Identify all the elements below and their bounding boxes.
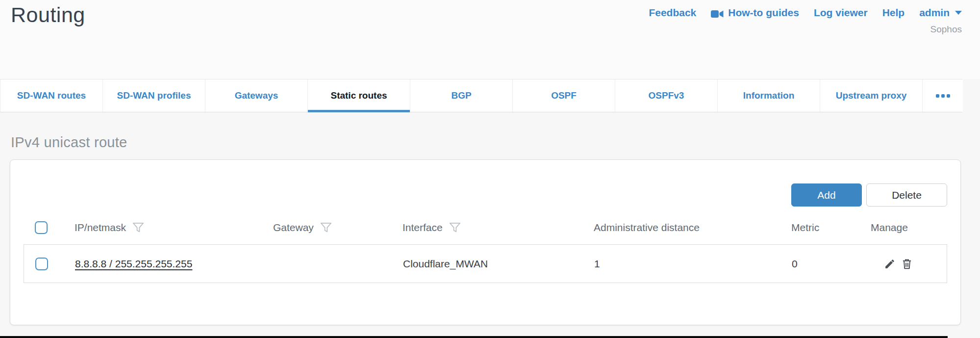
org-name: Sophos: [649, 24, 962, 35]
header-select-cell: [24, 221, 75, 234]
filter-funnel-icon[interactable]: [320, 221, 332, 234]
page-title: Routing: [11, 3, 85, 27]
section-heading: IPv4 unicast route: [0, 112, 980, 151]
tab-information[interactable]: Information: [718, 79, 820, 112]
edit-pencil-icon[interactable]: [883, 258, 896, 270]
feedback-link-label: Feedback: [649, 7, 696, 19]
caret-down-icon: [955, 11, 962, 15]
tab-static-routes[interactable]: Static routes: [308, 79, 410, 112]
routing-tabbar: SD-WAN routes SD-WAN profiles Gateways S…: [0, 79, 962, 112]
help-link[interactable]: Help: [882, 7, 905, 19]
static-routes-card: Add Delete IP/netmask Gateway Interfac: [10, 159, 961, 325]
video-camera-icon: [711, 9, 724, 17]
row-checkbox[interactable]: [35, 258, 48, 270]
filter-funnel-icon[interactable]: [132, 221, 145, 234]
main-content: IPv4 unicast route Add Delete IP/netmask…: [0, 112, 980, 338]
admin-menu-label: admin: [919, 7, 950, 19]
table-toolbar: Add Delete: [10, 160, 960, 207]
tab-ospf[interactable]: OSPF: [513, 79, 615, 112]
tab-ospfv3[interactable]: OSPFv3: [615, 79, 718, 112]
column-header-gateway: Gateway: [273, 221, 402, 234]
ellipsis-dot: [941, 94, 945, 98]
tab-sd-wan-profiles[interactable]: SD-WAN profiles: [103, 79, 205, 112]
ip-netmask-link[interactable]: 8.8.8.8 / 255.255.255.255: [75, 258, 192, 269]
log-viewer-link[interactable]: Log viewer: [814, 7, 868, 19]
admin-menu[interactable]: admin: [919, 7, 962, 19]
add-button[interactable]: Add: [791, 183, 862, 207]
column-header-manage: Manage: [871, 222, 947, 234]
page-header: Routing Feedback How-to guides Log viewe…: [0, 0, 980, 79]
column-header-admin-distance: Administrative distance: [594, 222, 791, 234]
how-to-guides-label: How-to guides: [728, 7, 799, 19]
row-cell-manage: [871, 258, 947, 270]
header-links: Feedback How-to guides Log viewer Help a…: [649, 7, 962, 19]
tab-sd-wan-routes[interactable]: SD-WAN routes: [0, 79, 103, 112]
ellipsis-dot: [936, 94, 939, 98]
feedback-link[interactable]: Feedback: [649, 7, 696, 19]
row-cell-interface: Cloudflare_MWAN: [403, 258, 594, 270]
trash-icon[interactable]: [901, 258, 913, 270]
tab-overflow-ellipsis-icon[interactable]: [923, 79, 963, 112]
table-row: 8.8.8.8 / 255.255.255.255 Cloudflare_MWA…: [24, 244, 947, 283]
log-viewer-label: Log viewer: [814, 7, 868, 19]
tab-bgp[interactable]: BGP: [410, 79, 513, 112]
window-bottom-edge: [0, 336, 948, 338]
row-cell-ip-netmask: 8.8.8.8 / 255.255.255.255: [75, 258, 274, 270]
header-right: Feedback How-to guides Log viewer Help a…: [649, 7, 962, 35]
ellipsis-dot: [947, 94, 950, 98]
select-all-checkbox[interactable]: [35, 221, 48, 234]
delete-button[interactable]: Delete: [866, 183, 947, 207]
how-to-guides-link[interactable]: How-to guides: [711, 7, 799, 19]
row-select-cell: [24, 258, 75, 270]
column-header-ip-netmask: IP/netmask: [75, 221, 273, 234]
table-header-row: IP/netmask Gateway Interface Administrat…: [24, 217, 947, 238]
tab-upstream-proxy[interactable]: Upstream proxy: [820, 79, 923, 112]
column-header-interface: Interface: [402, 221, 594, 234]
row-cell-metric: 0: [792, 258, 871, 270]
row-cell-admin-distance: 1: [594, 258, 792, 270]
help-label: Help: [882, 7, 905, 19]
column-header-metric: Metric: [791, 222, 871, 234]
tab-gateways[interactable]: Gateways: [205, 79, 308, 112]
filter-funnel-icon[interactable]: [449, 221, 461, 234]
